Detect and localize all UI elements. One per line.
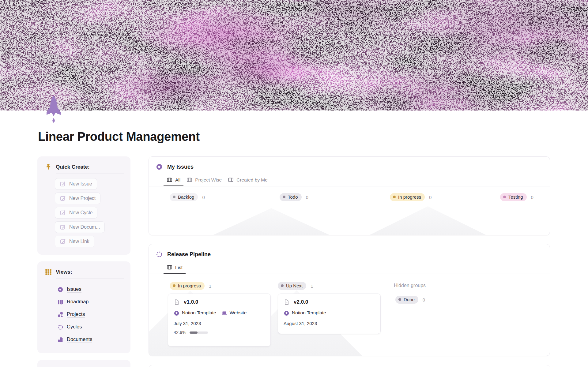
- group-done[interactable]: Done 0: [395, 296, 425, 304]
- page-title[interactable]: Linear Product Management: [38, 130, 200, 144]
- tab-list[interactable]: List: [164, 264, 186, 274]
- group-todo[interactable]: Todo 0: [280, 193, 308, 201]
- release-links: Notion Template: [284, 310, 375, 316]
- website-label: Website: [230, 310, 247, 316]
- status-label: Backlog: [178, 194, 194, 200]
- status-dot: [173, 196, 175, 198]
- group-count: 0: [423, 297, 425, 302]
- empty-column-triangle: [368, 206, 488, 235]
- group-up-next[interactable]: Up Next 1: [278, 282, 313, 290]
- notion-page: Linear Product Management Quick Create: …: [0, 0, 588, 367]
- map-icon: [57, 299, 63, 305]
- page-icon: [284, 299, 290, 305]
- progress-percent-label: 42.9%: [174, 330, 186, 335]
- documents-link-label: Documents: [67, 336, 92, 343]
- documents-icon: [57, 337, 63, 343]
- new-link-label: New Link: [69, 239, 89, 244]
- board-icon: [228, 177, 234, 183]
- tab-project-wise[interactable]: Project Wise: [183, 176, 225, 185]
- new-document-button[interactable]: New Docum...: [55, 221, 105, 233]
- sidebar-item-roadmap[interactable]: Roadmap: [57, 296, 124, 308]
- laptop-icon: [221, 310, 227, 316]
- new-cycle-button[interactable]: New Cycle: [55, 207, 97, 219]
- sidebar-item-cycles[interactable]: Cycles: [57, 321, 124, 333]
- divider: [56, 279, 124, 279]
- new-issue-button[interactable]: New Issue: [55, 178, 97, 190]
- edit-icon: [60, 224, 66, 230]
- projects-link-label: Projects: [67, 311, 85, 318]
- status-badge: In progress: [170, 282, 205, 290]
- grid-icon: [45, 269, 52, 275]
- release-title: v1.0.0: [184, 299, 198, 305]
- notion-template-link[interactable]: Notion Template: [284, 310, 326, 316]
- new-document-label: New Docum...: [69, 224, 100, 230]
- group-testing[interactable]: Testing 0: [500, 193, 533, 201]
- edit-icon: [60, 210, 66, 216]
- group-count: 0: [531, 195, 533, 200]
- edit-icon: [60, 238, 66, 245]
- status-dot: [281, 284, 284, 287]
- views-list: Issues Roadmap Projects: [45, 283, 124, 346]
- issue-donut-icon: [156, 163, 163, 170]
- release-card-v2[interactable]: v2.0.0 Notion Template August 31, 2023: [278, 294, 381, 334]
- tab-project-wise-label: Project Wise: [195, 177, 222, 183]
- sidebar-item-documents[interactable]: Documents: [57, 333, 124, 346]
- board-icon: [187, 177, 192, 183]
- edit-icon: [60, 195, 66, 201]
- new-cycle-label: New Cycle: [69, 210, 92, 215]
- release-card-title-row: v1.0.0: [174, 299, 265, 305]
- quick-create-title: Quick Create:: [56, 164, 90, 170]
- new-project-label: New Project: [69, 196, 96, 201]
- status-badge: Backlog: [170, 193, 198, 201]
- views-section: Views: Issues Roadmap: [37, 261, 130, 353]
- new-project-button[interactable]: New Project: [55, 193, 100, 204]
- status-badge: Todo: [280, 193, 302, 201]
- notion-template-label: Notion Template: [182, 310, 216, 316]
- page-icon: [174, 299, 180, 305]
- rocket-page-icon[interactable]: [46, 95, 61, 124]
- group-in-progress[interactable]: In progress 0: [390, 193, 432, 201]
- tab-all[interactable]: All: [164, 176, 183, 186]
- tab-created-by-me-label: Created by Me: [236, 177, 268, 183]
- group-in-progress[interactable]: In progress 1: [170, 282, 211, 290]
- dashed-circle-icon: [57, 324, 63, 330]
- star-badge-icon: [284, 310, 289, 316]
- release-pipeline-header: Release Pipeline: [156, 251, 211, 258]
- status-label: In progress: [398, 194, 421, 200]
- status-dot: [173, 284, 175, 287]
- hidden-groups-label[interactable]: Hidden groups: [394, 283, 426, 288]
- notion-template-link[interactable]: Notion Template: [174, 310, 216, 316]
- divider: [56, 174, 124, 174]
- sidebar: Quick Create: New Issue New Project: [37, 156, 130, 367]
- status-dot: [503, 196, 506, 198]
- group-count: 0: [306, 195, 308, 200]
- star-badge-icon: [174, 310, 179, 316]
- status-dot: [393, 196, 396, 198]
- sidebar-item-projects[interactable]: Projects: [57, 308, 124, 321]
- group-count: 1: [209, 283, 211, 289]
- notion-template-label: Notion Template: [292, 310, 326, 316]
- release-card-v1[interactable]: v1.0.0 Notion Template Website: [168, 294, 271, 346]
- release-date: July 31, 2023: [174, 321, 265, 326]
- page-cover-image[interactable]: [0, 0, 588, 110]
- group-backlog[interactable]: Backlog 0: [170, 193, 205, 201]
- status-label: In progress: [178, 283, 201, 288]
- board-icon: [167, 177, 172, 183]
- new-link-button[interactable]: New Link: [55, 236, 94, 247]
- release-date: August 31, 2023: [284, 321, 375, 326]
- next-section-card-edge: [149, 365, 550, 367]
- status-label: Todo: [288, 194, 298, 200]
- sidebar-item-issues[interactable]: Issues: [57, 283, 124, 296]
- edit-icon: [60, 181, 66, 187]
- website-link[interactable]: Website: [221, 310, 247, 316]
- new-issue-label: New Issue: [69, 181, 92, 187]
- my-issues-card: My Issues All Project Wise: [149, 156, 550, 235]
- release-title: v2.0.0: [294, 299, 308, 305]
- status-dot: [398, 298, 401, 301]
- quick-create-section: Quick Create: New Issue New Project: [37, 156, 130, 255]
- quick-create-header: Quick Create:: [45, 164, 124, 170]
- cycles-link-label: Cycles: [67, 324, 82, 330]
- progress-bar: [190, 331, 208, 334]
- tab-created-by-me[interactable]: Created by Me: [225, 176, 271, 185]
- status-badge: Done: [395, 296, 418, 304]
